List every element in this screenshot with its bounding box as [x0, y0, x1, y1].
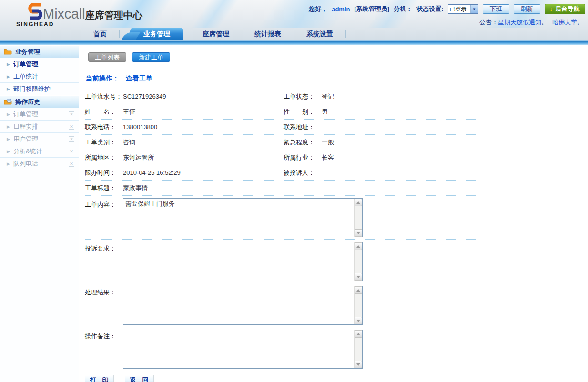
close-icon[interactable]: ✕ — [69, 149, 74, 154]
notice-suffix: 。 — [541, 19, 547, 26]
sidebar-item-workorder-stats[interactable]: ▶ 工单统计 — [0, 70, 79, 83]
scrollbar[interactable] — [354, 242, 362, 281]
triangle-bullet-icon: ▶ — [7, 149, 10, 154]
notice-label: 公告： — [479, 19, 498, 26]
down-arrow-icon: ↓ — [550, 4, 553, 14]
sidebar-item-label: 日程安排 — [13, 122, 38, 131]
handle-result-textarea[interactable] — [123, 286, 362, 324]
scroll-up-icon[interactable] — [355, 242, 362, 250]
form-buttons: 打 印 返 回 — [85, 375, 486, 382]
notice-bar: 公告：星期天放假通知。哈佛大学。 — [479, 18, 583, 27]
field-label-urgency: 紧急程度： — [284, 138, 322, 147]
current-operation-value: 查看工单 — [126, 74, 152, 82]
scrollbar[interactable] — [354, 199, 362, 237]
sidebar-section-title: 业务管理 — [15, 48, 40, 56]
field-label-deadline: 限办时间： — [85, 169, 123, 177]
workorder-list-button[interactable]: 工单列表 — [88, 52, 126, 62]
scrollbar[interactable] — [354, 286, 362, 324]
sidebar-item-dept-permissions[interactable]: ▶ 部门权限维护 — [0, 83, 79, 95]
sidebar-item-label: 用户管理 — [13, 135, 38, 143]
operation-remark-textarea[interactable] — [123, 330, 362, 368]
field-value-serial: SC1271926349 — [123, 93, 166, 100]
field-label-content: 工单内容： — [85, 198, 123, 237]
greeting-text: 您好， — [309, 5, 327, 13]
field-label-region: 所属地区： — [85, 153, 123, 162]
close-icon[interactable]: ✕ — [69, 111, 74, 117]
field-value-urgency: 一般 — [322, 138, 334, 147]
field-label-serial: 工单流水号： — [85, 92, 123, 101]
scroll-up-icon[interactable] — [355, 330, 362, 338]
field-value-industry: 长客 — [322, 153, 334, 162]
history-folder-icon — [4, 99, 12, 105]
form-row-content: 工单内容： 需要保姆上门服务 — [85, 196, 486, 240]
field-value-gender: 男 — [322, 108, 328, 116]
complaint-textarea-box — [123, 242, 363, 281]
field-value-name: 王怔 — [123, 108, 135, 116]
scroll-down-icon[interactable] — [355, 361, 362, 368]
scrollbar[interactable] — [354, 330, 362, 368]
scroll-down-icon[interactable] — [355, 229, 362, 237]
field-label-name: 姓 名： — [85, 108, 123, 116]
backend-nav-button[interactable]: ↓ 后台导航 — [545, 4, 586, 14]
notice-link-harvard[interactable]: 哈佛大学 — [552, 19, 577, 26]
field-label-status: 工单状态： — [284, 92, 322, 101]
sidebar-history-user-management[interactable]: ▶ 用户管理 ✕ — [0, 133, 79, 145]
sidebar-item-order-management[interactable]: ▶ 订单管理 — [0, 58, 79, 70]
tab-statistics-report[interactable]: 统计报表 — [242, 28, 294, 40]
field-label-result: 处理结果： — [85, 286, 123, 325]
back-button[interactable]: 返 回 — [125, 375, 153, 382]
field-label-title: 工单标题： — [85, 184, 123, 192]
field-label-complaint: 投诉要求： — [85, 242, 123, 281]
close-icon[interactable]: ✕ — [69, 124, 74, 130]
close-icon[interactable]: ✕ — [69, 136, 74, 142]
sidebar-item-label: 部门权限维护 — [13, 85, 51, 93]
form-row-result: 处理结果： — [85, 283, 486, 327]
field-label-category: 工单类别： — [85, 138, 123, 147]
triangle-bullet-icon: ▶ — [7, 161, 10, 166]
scroll-down-icon[interactable] — [355, 273, 362, 281]
field-label-remark: 操作备注： — [85, 330, 123, 369]
result-textarea-box — [123, 286, 363, 325]
field-label-gender: 性 别： — [284, 108, 322, 116]
sidebar-section-business[interactable]: 业务管理 — [0, 45, 79, 58]
new-workorder-button[interactable]: 新建工单 — [132, 52, 170, 62]
current-operation-label: 当前操作： — [86, 74, 119, 82]
form-row-remark: 操作备注： — [85, 327, 486, 371]
form-row: 姓 名：王怔 性 别：男 — [85, 104, 486, 120]
sidebar-item-label: 订单管理 — [13, 110, 38, 119]
tab-business-management[interactable]: 业务管理 — [130, 28, 183, 40]
scroll-up-icon[interactable] — [355, 199, 362, 206]
scroll-down-icon[interactable] — [355, 317, 362, 324]
tab-system-settings[interactable]: 系统设置 — [294, 28, 345, 40]
close-icon[interactable]: ✕ — [69, 161, 74, 167]
triangle-bullet-icon: ▶ — [7, 62, 10, 67]
main-navbar: 首页 业务管理 座席管理 统计报表 系统设置 — [0, 28, 588, 40]
sidebar-history-queue-calls[interactable]: ▶ 队列电话 ✕ — [0, 158, 79, 170]
field-value-region: 东河运管所 — [123, 153, 154, 162]
off-duty-button[interactable]: 下班 — [483, 4, 509, 14]
workorder-content-textarea[interactable]: 需要保姆上门服务 — [123, 199, 362, 237]
print-button[interactable]: 打 印 — [85, 375, 113, 382]
sidebar-section-history[interactable]: 操作历史 — [0, 95, 79, 108]
tab-seat-management[interactable]: 座席管理 — [190, 28, 242, 40]
page-title: Mixcall座席管理中心 — [43, 6, 142, 22]
main-content: 工单列表 新建工单 当前操作：查看工单 工单流水号：SC1271926349 工… — [80, 45, 588, 382]
field-value-title: 家政事情 — [123, 184, 148, 192]
tab-home[interactable]: 首页 — [81, 28, 119, 40]
sidebar-history-analysis-stats[interactable]: ▶ 分析&统计 ✕ — [0, 145, 79, 158]
tab-divider — [119, 30, 120, 38]
notice-suffix: 。 — [577, 19, 583, 26]
notice-link-holiday[interactable]: 星期天放假通知 — [498, 19, 541, 26]
scroll-up-icon[interactable] — [355, 286, 362, 294]
chevron-down-icon[interactable]: ▼ — [470, 5, 478, 13]
complaint-request-textarea[interactable] — [123, 242, 362, 281]
sidebar-history-schedule[interactable]: ▶ 日程安排 ✕ — [0, 121, 79, 133]
sidebar-item-label: 队列电话 — [13, 160, 38, 168]
refresh-button[interactable]: 刷新 — [514, 4, 540, 14]
form-row: 所属地区：东河运管所 所属行业：长客 — [85, 150, 486, 165]
sidebar-history-order-management[interactable]: ▶ 订单管理 ✕ — [0, 108, 79, 121]
user-role: [系统管理员] — [354, 5, 389, 13]
form-row: 工单标题：家政事情 — [85, 181, 486, 196]
status-select[interactable]: 已登录 ▼ — [448, 4, 478, 14]
form-row: 工单类别：咨询 紧急程度：一般 — [85, 135, 486, 150]
